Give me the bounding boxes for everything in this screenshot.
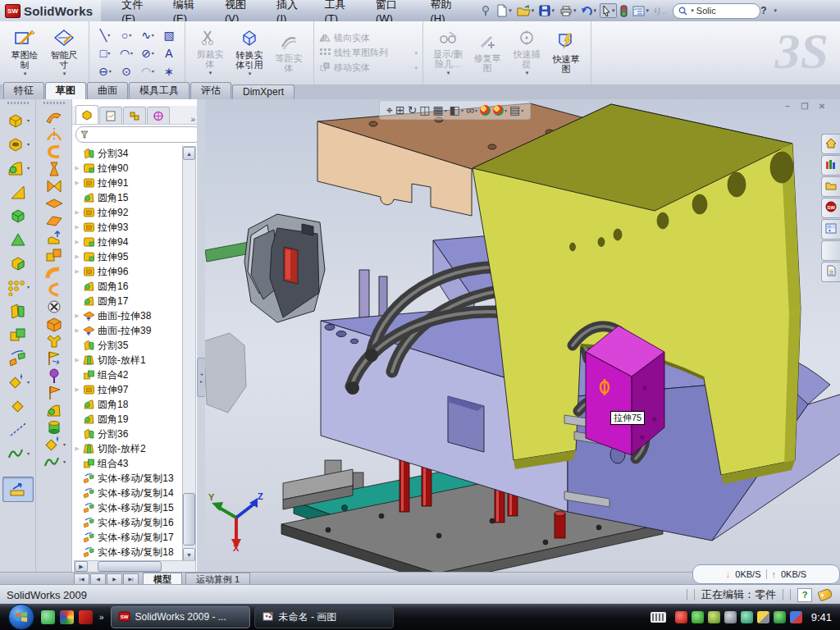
- tray-shield-green-icon[interactable]: [692, 611, 704, 623]
- doc-close-button[interactable]: ✕: [815, 101, 829, 112]
- tree-item-圆角18[interactable]: 圆角18: [74, 397, 182, 412]
- sketch-fillet-sketch-tool[interactable]: ◠▾: [137, 62, 158, 80]
- tree-item-实体-移动/复制17[interactable]: 实体-移动/复制17: [74, 530, 182, 545]
- close-button[interactable]: [819, 5, 833, 17]
- tab-DimXpert[interactable]: DimXpert: [232, 84, 294, 99]
- caret-icon[interactable]: ▾: [593, 7, 596, 14]
- tab-模具工具[interactable]: 模具工具: [129, 82, 189, 99]
- graphics-viewport[interactable]: ⌖⊞↻◫▦▾◧▾∞▾▾▤▾ –❐✕ SW 拉伸75 Y Z X: [205, 99, 840, 572]
- minimize-button[interactable]: [782, 5, 796, 17]
- model-magenta-block[interactable]: [586, 326, 664, 455]
- display-style-button[interactable]: ◧▾: [450, 103, 463, 116]
- caret-icon[interactable]: ▾: [27, 117, 30, 123]
- search-input[interactable]: Solic: [696, 6, 716, 16]
- caret-icon[interactable]: ▾: [445, 107, 447, 113]
- draft-analysis-button[interactable]: [39, 229, 69, 246]
- expand-arrow-icon[interactable]: ▶: [74, 180, 80, 186]
- tree-item-圆角16[interactable]: 圆角16: [74, 279, 182, 294]
- tray-updates-icon[interactable]: [790, 611, 802, 623]
- vcr-button[interactable]: ▶: [107, 573, 122, 585]
- tray-health-icon[interactable]: [774, 611, 786, 623]
- menu-t[interactable]: 工具(T): [315, 0, 366, 21]
- tree-item-实体-移动/复制14[interactable]: 实体-移动/复制14: [74, 486, 182, 500]
- search-box[interactable]: ▾ Solic: [673, 3, 760, 19]
- undercut-analysis-button[interactable]: [39, 281, 69, 298]
- plane-button[interactable]: [3, 394, 33, 418]
- core-button[interactable]: [39, 160, 69, 177]
- caret-icon[interactable]: ▾: [63, 441, 66, 447]
- caret-icon[interactable]: ▾: [475, 107, 477, 113]
- expand-arrow-icon[interactable]: ▶: [74, 224, 80, 231]
- help-caret-icon[interactable]: ▾: [774, 7, 777, 14]
- split-button[interactable]: [3, 299, 33, 322]
- scroll-thumb[interactable]: [183, 493, 195, 546]
- menu-h[interactable]: 帮助(H): [421, 0, 473, 21]
- toolbar-grip[interactable]: [7, 102, 29, 104]
- scroll-up-button[interactable]: ▲: [183, 147, 195, 160]
- caret-icon[interactable]: ▾: [27, 165, 30, 171]
- move-copy-body-button[interactable]: [3, 346, 33, 370]
- tree-item-组合42[interactable]: 组合42: [74, 368, 182, 382]
- tray-volume-icon[interactable]: [724, 611, 737, 623]
- toolbar-button-转换实体引用[interactable]: 转换实体引用▾: [230, 27, 269, 79]
- tree-filter-input[interactable]: [75, 126, 202, 143]
- caret-icon[interactable]: ▾: [63, 459, 66, 464]
- combine-button[interactable]: [3, 322, 33, 346]
- line-sketch-tool[interactable]: ╲▾: [94, 26, 116, 44]
- chamfer-button[interactable]: [3, 180, 33, 203]
- save-button[interactable]: ▾: [537, 4, 556, 17]
- tree-item-实体-移动/复制13[interactable]: 实体-移动/复制13: [74, 471, 182, 486]
- hide-show-items-button[interactable]: ∞▾: [466, 103, 477, 116]
- reference-geometry2-button[interactable]: ▾: [39, 436, 69, 453]
- tree-vertical-scrollbar[interactable]: ▲ ▼: [182, 146, 196, 562]
- undo-button[interactable]: ▾: [579, 4, 598, 17]
- quicklaunch-chevron-icon[interactable]: »: [99, 613, 104, 622]
- view-orientation-button[interactable]: ▦▾: [433, 103, 447, 116]
- edit-appearance-button[interactable]: [480, 105, 491, 116]
- ellipse-sketch-tool[interactable]: ⊘▾: [137, 44, 158, 62]
- point-sketch-tool[interactable]: ∗: [158, 62, 180, 80]
- parting-surface-button[interactable]: [39, 108, 69, 126]
- doc-restore-button[interactable]: ❐: [798, 101, 811, 112]
- tree-item-曲面-拉伸39[interactable]: ▶曲面-拉伸39: [74, 323, 182, 338]
- tree-item-分割34[interactable]: 分割34: [74, 146, 182, 161]
- expand-arrow-icon[interactable]: ▶: [74, 357, 80, 363]
- tree-item-实体-移动/复制15[interactable]: 实体-移动/复制15: [74, 500, 182, 515]
- panel-chevron-icon[interactable]: »: [190, 115, 195, 124]
- menu-v[interactable]: 视图(V): [216, 0, 267, 21]
- rotate-view-button[interactable]: ↻: [408, 103, 418, 116]
- taskbar-task-SolidWorks 2009 - ...[interactable]: SWSolidWorks 2009 - ...: [111, 606, 250, 628]
- start-button[interactable]: [8, 604, 34, 630]
- model-ghost-part[interactable]: [205, 333, 246, 413]
- circle-sketch-tool[interactable]: ○▾: [116, 26, 137, 44]
- caret-icon[interactable]: ▾: [27, 141, 30, 147]
- tab-评估[interactable]: 评估: [190, 82, 231, 99]
- tree-item-拉伸90[interactable]: ▶拉伸90: [74, 161, 182, 176]
- arc-sketch-tool[interactable]: ◠▾: [116, 44, 137, 62]
- taskbar-task-未命名 - 画图[interactable]: 未命名 - 画图: [254, 606, 394, 628]
- caret-icon[interactable]: ▾: [27, 284, 30, 290]
- draft-button[interactable]: [3, 227, 33, 251]
- boss-cylinder-button[interactable]: [39, 418, 69, 436]
- no-fill-button[interactable]: [39, 298, 69, 315]
- fillet-button[interactable]: ▾: [3, 156, 33, 180]
- insert-mold-folder-button[interactable]: [39, 246, 69, 263]
- toolbar-button-草图绘制[interactable]: 草图绘制▾: [5, 27, 44, 79]
- tree-item-圆角17[interactable]: 圆角17: [74, 294, 182, 308]
- expand-arrow-icon[interactable]: ▶: [74, 445, 80, 452]
- expand-arrow-icon[interactable]: ▶: [74, 313, 80, 319]
- toolbar-button-快速草图[interactable]: 快速草图: [546, 31, 586, 75]
- tray-sync-icon[interactable]: [741, 611, 753, 623]
- hole-wizard-button[interactable]: [3, 251, 33, 275]
- tooling-split-button[interactable]: [39, 194, 69, 212]
- toolbar-button-智能尺寸[interactable]: 智能尺寸▾: [44, 27, 84, 79]
- parting-line-button[interactable]: [39, 126, 69, 143]
- quicklaunch-messenger-icon[interactable]: [41, 610, 55, 624]
- caret-icon[interactable]: ▾: [63, 71, 66, 77]
- linear-pattern-button[interactable]: ▾: [3, 275, 33, 299]
- caret-icon[interactable]: ▾: [27, 379, 30, 385]
- shut-off-surface-button[interactable]: [39, 143, 69, 160]
- locating-pin-button[interactable]: [39, 367, 69, 384]
- tab-草图[interactable]: 草图: [45, 82, 86, 100]
- model-tab-模型[interactable]: 模型: [143, 573, 182, 585]
